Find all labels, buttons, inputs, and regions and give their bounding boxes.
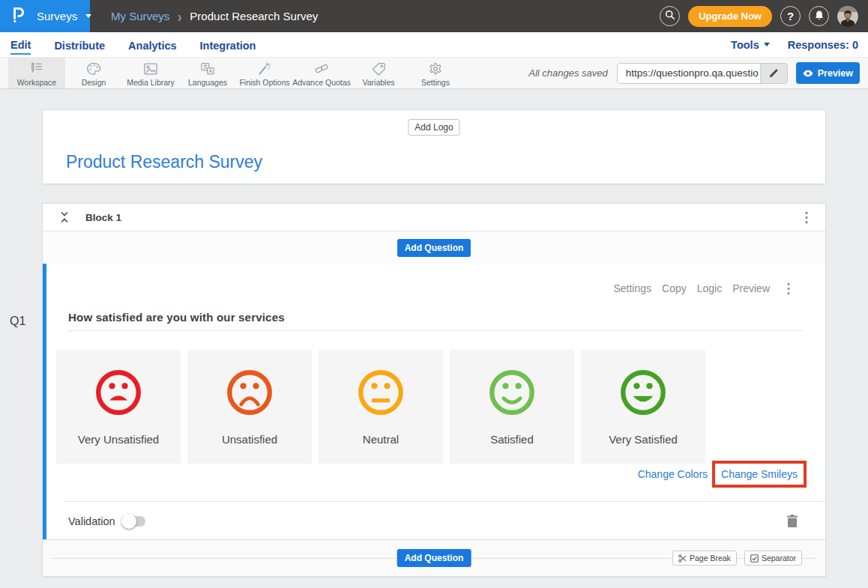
block-card: Block 1 Add Question Settings Copy Logic… <box>42 203 826 577</box>
option-satisfied[interactable]: Satisfied <box>450 350 574 464</box>
option-label: Satisfied <box>490 433 534 446</box>
very-unsatisfied-smiley-icon <box>95 369 142 416</box>
advance-quotas-icon <box>313 61 330 76</box>
change-colors-link[interactable]: Change Colors <box>638 468 708 480</box>
change-smileys-link[interactable]: Change Smileys <box>721 468 798 480</box>
languages-icon <box>199 61 216 76</box>
add-logo-button[interactable]: Add Logo <box>408 119 459 136</box>
avatar[interactable] <box>837 6 858 27</box>
variables-icon <box>370 61 387 76</box>
settings-icon <box>427 61 444 76</box>
validation-label: Validation <box>68 515 115 527</box>
survey-nav: Edit Distribute Analytics Integration To… <box>0 32 868 58</box>
satisfied-smiley-icon <box>489 369 535 416</box>
toolbar-item-design[interactable]: Design <box>65 58 122 88</box>
product-switcher[interactable]: Surveys <box>0 0 90 32</box>
toolbar-right: All changes saved Preview <box>528 58 868 88</box>
preview-button[interactable]: Preview <box>796 62 860 84</box>
question-action-copy[interactable]: Copy <box>662 282 687 294</box>
vertical-dots-icon <box>787 282 790 295</box>
breadcrumb-chevron-icon: › <box>178 7 181 24</box>
survey-title[interactable]: Product Research Survey <box>66 152 262 172</box>
page-break-label: Page Break <box>690 554 731 563</box>
validation-row: Validation <box>64 501 825 539</box>
collapse-icon <box>60 211 69 223</box>
option-label: Very Satisfied <box>609 433 678 446</box>
question-action-logic[interactable]: Logic <box>697 282 722 294</box>
tools-menu[interactable]: Tools <box>731 39 770 51</box>
media-library-icon <box>142 61 159 76</box>
questionpro-logo-icon <box>13 7 37 25</box>
smiley-options: Very Unsatisfied Unsatisfied <box>56 350 825 464</box>
toggle-knob <box>121 514 136 529</box>
block-menu-button[interactable] <box>801 211 813 224</box>
toolbar-item-languages[interactable]: Languages <box>179 58 236 88</box>
option-label: Unsatisfied <box>222 433 277 446</box>
breadcrumb-my-surveys[interactable]: My Surveys <box>111 10 169 22</box>
toolbar-item-media-library[interactable]: Media Library <box>122 58 179 88</box>
eye-icon <box>803 70 813 77</box>
notifications-button[interactable] <box>809 6 829 26</box>
validation-toggle[interactable] <box>121 514 146 529</box>
topbar-actions: Upgrade Now ? <box>660 0 868 32</box>
delete-question-button[interactable] <box>787 515 798 527</box>
option-neutral[interactable]: Neutral <box>319 350 443 464</box>
question-action-preview[interactable]: Preview <box>732 282 770 294</box>
add-question-button-bottom[interactable]: Add Question <box>397 549 471 567</box>
page-break-button[interactable]: Page Break <box>672 551 737 566</box>
question-action-settings[interactable]: Settings <box>613 282 651 294</box>
chevron-down-icon <box>764 43 770 46</box>
scissors-icon <box>678 554 687 563</box>
tab-distribute[interactable]: Distribute <box>54 36 105 54</box>
tab-integration[interactable]: Integration <box>200 36 256 54</box>
toolbar-item-label: Design <box>82 78 106 87</box>
toolbar-item-finish-options[interactable]: Finish Options <box>236 58 293 88</box>
responses-link[interactable]: Responses: 0 <box>788 39 858 51</box>
toolbar-item-label: Advance Quotas <box>292 78 351 87</box>
option-label: Very Unsatisfied <box>78 433 159 446</box>
question-actions: Settings Copy Logic Preview <box>64 264 825 295</box>
unsatisfied-smiley-icon <box>226 369 273 416</box>
toolbar-item-label: Finish Options <box>239 78 289 87</box>
block-title: Block 1 <box>85 212 121 223</box>
topbar: Surveys My Surveys › Product Research Su… <box>0 0 868 32</box>
option-label: Neutral <box>363 433 399 446</box>
smiley-links-row: Change Colors Change Smileys <box>64 461 807 488</box>
search-icon <box>665 10 675 22</box>
help-button[interactable]: ? <box>780 6 801 26</box>
upgrade-now-button[interactable]: Upgrade Now <box>688 6 772 27</box>
finish-options-icon <box>256 61 273 76</box>
collapse-block-button[interactable] <box>60 211 69 223</box>
very-satisfied-smiley-icon <box>620 369 666 416</box>
toolbar-item-workspace[interactable]: Workspace <box>8 58 65 88</box>
nav-tabs: Edit Distribute Analytics Integration <box>10 35 256 55</box>
toolbar-item-label: Languages <box>188 78 227 87</box>
option-unsatisfied[interactable]: Unsatisfied <box>187 350 312 464</box>
question-text[interactable]: How satisfied are you with our services <box>68 311 825 324</box>
checkbox-checked-icon <box>750 554 759 563</box>
add-question-button-top[interactable]: Add Question <box>397 239 471 257</box>
question-card[interactable]: Settings Copy Logic Preview How satisfie… <box>43 264 825 539</box>
toolbar-item-advance-quotas[interactable]: Advance Quotas <box>293 58 350 88</box>
edit-url-button[interactable] <box>760 64 787 83</box>
survey-url-input[interactable] <box>618 64 760 83</box>
survey-header-card: Add Logo Product Research Survey <box>42 109 826 184</box>
breadcrumb: My Surveys › Product Research Survey <box>111 0 318 32</box>
editor-toolbar: Workspace Design Media Library <box>0 58 868 89</box>
question-menu-button[interactable] <box>786 282 792 295</box>
toolbar-item-variables[interactable]: Variables <box>350 58 407 88</box>
save-status: All changes saved <box>528 67 608 79</box>
option-very-unsatisfied[interactable]: Very Unsatisfied <box>56 350 181 464</box>
footer-right-buttons: Page Break Separator <box>672 551 802 566</box>
toolbar-item-label: Media Library <box>127 78 175 87</box>
option-very-satisfied[interactable]: Very Satisfied <box>581 350 705 464</box>
search-button[interactable] <box>660 6 680 26</box>
tab-edit[interactable]: Edit <box>10 35 31 55</box>
separator-button[interactable]: Separator <box>744 551 802 566</box>
block-header: Block 1 <box>43 204 825 231</box>
toolbar-item-label: Settings <box>421 78 450 87</box>
design-icon <box>85 61 102 76</box>
product-switcher-label: Surveys <box>37 10 77 22</box>
toolbar-item-settings[interactable]: Settings <box>407 58 464 88</box>
tab-analytics[interactable]: Analytics <box>128 36 176 54</box>
